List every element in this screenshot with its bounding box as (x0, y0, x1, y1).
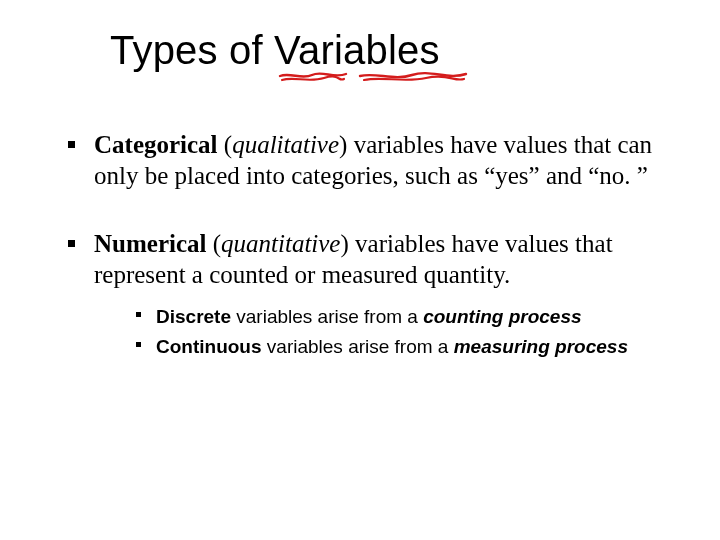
bullet-item: Categorical (qualitative) variables have… (58, 130, 700, 191)
sub-bullet-text: variables arise from a (236, 306, 423, 327)
term-bold: Categorical (94, 131, 224, 158)
sub-term-bold: Continuous (156, 336, 267, 357)
slide: Types of Variables Categorical (qualitat… (0, 0, 720, 540)
sub-bullet-text: variables arise from a (267, 336, 454, 357)
sub-term-bi: counting process (423, 306, 581, 327)
bullet-list: Categorical (qualitative) variables have… (58, 130, 700, 359)
sub-bullet-item: Continuous variables arise from a measur… (130, 334, 700, 360)
paren-open: ( (224, 131, 232, 158)
term-bold: Numerical (94, 230, 213, 257)
paren-close: ) (339, 131, 354, 158)
sub-term-bi: measuring process (454, 336, 628, 357)
sub-term-bold: Discrete (156, 306, 236, 327)
term-italic: qualitative (232, 131, 339, 158)
slide-body: Categorical (qualitative) variables have… (58, 130, 700, 397)
paren-close: ) (340, 230, 355, 257)
sub-bullet-item: Discrete variables arise from a counting… (130, 304, 700, 330)
sub-bullet-list: Discrete variables arise from a counting… (94, 304, 700, 359)
paren-open: ( (213, 230, 221, 257)
term-italic: quantitative (221, 230, 340, 257)
slide-title: Types of Variables (110, 28, 440, 73)
bullet-item: Numerical (quantitative) variables have … (58, 229, 700, 359)
